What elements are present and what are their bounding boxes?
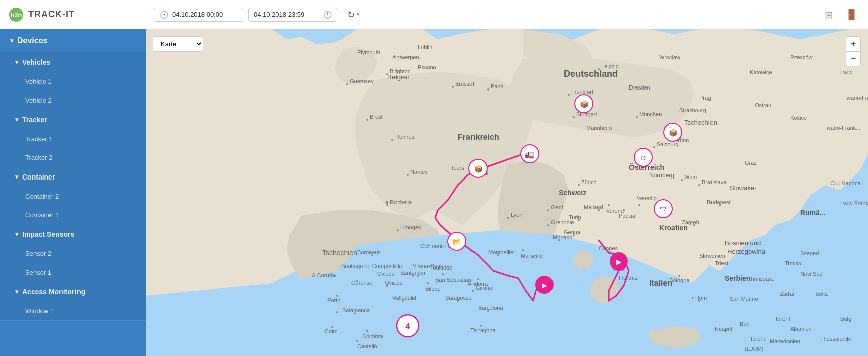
svg-point-29 xyxy=(578,184,580,186)
map-svg: Deutschland Frankreich Belgien Schweiz Ö… xyxy=(146,29,868,356)
svg-text:📦: 📦 xyxy=(669,129,678,137)
svg-text:La Rochelle: La Rochelle xyxy=(382,199,412,205)
refresh-button[interactable]: ↻ ▾ xyxy=(342,6,365,23)
svg-text:Brest: Brest xyxy=(370,114,383,120)
svg-text:Brüssel: Brüssel xyxy=(455,81,474,87)
svg-text:• Rom: • Rom xyxy=(692,295,707,301)
map-type-dropdown[interactable]: Karte Satellit Hybrid xyxy=(153,36,203,52)
svg-text:Slowakei: Slowakei xyxy=(730,184,756,192)
svg-text:A Coruña: A Coruña xyxy=(312,272,336,278)
sidebar-item-container1[interactable]: Container 1 xyxy=(0,206,146,224)
container-chevron: ▾ xyxy=(15,173,18,181)
zoom-out-button[interactable]: − xyxy=(846,51,861,66)
impact-sensors-subheader[interactable]: ▾ Impact Sensors xyxy=(0,224,146,244)
svg-text:Nürnberg: Nürnberg xyxy=(649,172,674,179)
svg-point-110 xyxy=(480,325,482,327)
exit-button[interactable]: 🚪 xyxy=(843,7,860,23)
svg-text:Tschechien: Tschechien xyxy=(322,249,357,257)
container-subheader[interactable]: ▾ Container xyxy=(0,167,146,187)
svg-text:Tschechien: Tschechien xyxy=(684,119,717,126)
vehicles-chevron: ▾ xyxy=(15,59,18,66)
svg-point-17 xyxy=(487,88,489,91)
datetime-end-field[interactable]: 🕐 xyxy=(248,8,337,22)
svg-text:Košice: Košice xyxy=(790,115,807,121)
svg-text:Thessaloniki: Thessaloniki xyxy=(820,336,851,342)
svg-text:San Marino: San Marino xyxy=(730,296,758,302)
impact-sensors-chevron: ▾ xyxy=(15,231,18,238)
sidebar-item-vehicle1[interactable]: Vehicle 1 xyxy=(0,72,146,91)
svg-point-120 xyxy=(366,330,368,332)
svg-text:Graz: Graz xyxy=(745,160,757,166)
svg-text:⊙: ⊙ xyxy=(640,154,646,162)
sidebar-devices-header[interactable]: ▾ Devices xyxy=(0,29,146,52)
logo-icon: h2n xyxy=(8,7,24,23)
sidebar-item-sensor1[interactable]: Sensor 1 xyxy=(0,263,146,282)
svg-text:(EJRM): (EJRM) xyxy=(745,346,763,352)
svg-text:Timișoara: Timișoara xyxy=(750,276,774,282)
svg-text:Triest: Triest xyxy=(715,260,728,266)
grid-icon: ⊞ xyxy=(825,9,833,20)
datetime-start-input[interactable] xyxy=(172,11,238,18)
svg-text:Florenz: Florenz xyxy=(619,275,638,281)
svg-text:Castelló...: Castelló... xyxy=(357,343,382,349)
map-zoom-controls: + − xyxy=(846,36,861,66)
svg-text:Padua: Padua xyxy=(619,213,636,219)
datetime-end-input[interactable] xyxy=(254,11,319,18)
svg-text:Cannes: Cannes xyxy=(599,245,618,251)
svg-text:Wien: Wien xyxy=(684,174,697,180)
sidebar-item-tracker1[interactable]: Tracker 1 xyxy=(0,130,146,148)
refresh-dropdown-arrow: ▾ xyxy=(357,11,360,18)
sidebar-subgroup-impact-sensors: ▾ Impact Sensors Sensor 2 Sensor 1 xyxy=(0,224,146,282)
sidebar-subgroup-container: ▾ Container Container 2 Container 1 xyxy=(0,167,146,224)
svg-text:Szeged: Szeged xyxy=(800,250,819,256)
sidebar-item-vehicle2[interactable]: Vehicle 2 xyxy=(0,91,146,110)
sidebar-item-container2[interactable]: Container 2 xyxy=(0,187,146,206)
sidebar-item-tracker2[interactable]: Tracker 2 xyxy=(0,148,146,167)
svg-text:Plymouth: Plymouth xyxy=(357,49,380,55)
svg-text:Cluj-Napoca: Cluj-Napoca xyxy=(830,180,861,186)
sidebar-group-devices: ▾ Devices ▾ Vehicles Vehicle 1 Vehicle 2… xyxy=(0,29,146,321)
header-right: ⊞ 🚪 xyxy=(823,7,860,23)
tracker-subheader[interactable]: ▾ Tracker xyxy=(0,110,146,130)
svg-text:Lwiw-Frank...: Lwiw-Frank... xyxy=(840,200,868,206)
sidebar-subgroup-vehicles: ▾ Vehicles Vehicle 1 Vehicle 2 xyxy=(0,52,146,110)
svg-text:Oviedo: Oviedo xyxy=(377,271,395,277)
svg-text:Zadar: Zadar xyxy=(780,291,795,297)
datetime-start-field[interactable]: 🕐 xyxy=(154,8,243,22)
sidebar-item-sensor2[interactable]: Sensor 2 xyxy=(0,244,146,263)
svg-point-92 xyxy=(336,295,338,297)
vehicles-subheader[interactable]: ▾ Vehicles xyxy=(0,52,146,72)
svg-point-114 xyxy=(417,275,419,277)
svg-text:Tarragona: Tarragona xyxy=(470,327,496,333)
sidebar-item-window1[interactable]: Window 1 xyxy=(0,302,146,320)
svg-point-126 xyxy=(336,311,338,313)
svg-point-77 xyxy=(678,275,680,277)
svg-text:Marseille: Marseille xyxy=(521,253,543,259)
access-monitoring-label: Access Monitoring xyxy=(22,288,85,296)
svg-point-41 xyxy=(366,119,368,121)
svg-text:Mazedonien: Mazedonien xyxy=(770,338,800,344)
svg-text:Ostrau: Ostrau xyxy=(755,102,771,108)
tracker-label: Tracker xyxy=(22,116,47,124)
app-title: TRACK-IT xyxy=(28,9,75,20)
svg-text:Limoges: Limoges xyxy=(400,224,421,230)
svg-text:Tarent: Tarent xyxy=(750,336,765,342)
svg-point-81 xyxy=(681,179,683,181)
svg-text:Saragossa: Saragossa xyxy=(445,295,472,301)
zoom-in-button[interactable]: + xyxy=(846,36,861,51)
access-monitoring-subheader[interactable]: ▾ Access Monitoring xyxy=(0,282,146,302)
sidebar: ▾ Devices ▾ Vehicles Vehicle 1 Vehicle 2… xyxy=(0,29,146,356)
svg-text:Wroclaw: Wroclaw xyxy=(659,54,680,60)
svg-text:San Sebastián: San Sebastián xyxy=(435,277,471,283)
svg-text:Rzeszów: Rzeszów xyxy=(790,54,813,60)
svg-text:Iwano-Frank...: Iwano-Frank... xyxy=(825,125,860,131)
svg-text:Bordeaux: Bordeaux xyxy=(357,249,381,255)
svg-point-112 xyxy=(477,278,479,280)
map-area[interactable]: Karte Satellit Hybrid + − xyxy=(146,29,868,356)
refresh-icon: ↻ xyxy=(347,9,355,20)
svg-text:Dresden: Dresden xyxy=(629,84,650,91)
map-type-selector[interactable]: Karte Satellit Hybrid xyxy=(153,36,203,52)
grid-button[interactable]: ⊞ xyxy=(823,7,835,23)
svg-text:Coim...: Coim... xyxy=(325,328,342,334)
svg-text:Turin: Turin xyxy=(569,214,581,220)
